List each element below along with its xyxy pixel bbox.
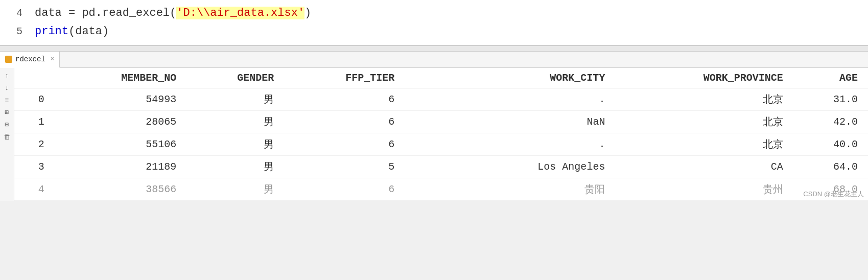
left-toolbar: ↑ ↓ ≡ ⊞ ⊟ 🗑 [0, 68, 14, 201]
line-number-5: 5 [0, 22, 31, 41]
separator [0, 45, 868, 52]
code-text-data: data = pd.read_excel( [35, 7, 176, 19]
table-cell: 6 [284, 111, 405, 133]
data-table: MEMBER_NO GENDER FFP_TIER WORK_CITY WORK… [14, 68, 868, 201]
table-cell: NaN [405, 111, 615, 133]
table-cell: 男 [186, 111, 284, 133]
table-header-row: MEMBER_NO GENDER FFP_TIER WORK_CITY WORK… [14, 68, 868, 88]
table-cell: 21189 [55, 156, 187, 178]
table-cell: 28065 [55, 111, 187, 133]
scroll-down-icon[interactable]: ↓ [3, 83, 12, 92]
col-header-work-province: WORK_PROVINCE [615, 68, 793, 88]
output-area: ↑ ↓ ≡ ⊞ ⊟ 🗑 MEMBER_NO GENDER FFP_TIER WO… [0, 68, 868, 201]
line-number-4: 4 [0, 4, 31, 22]
table-cell: Los Angeles [405, 156, 615, 178]
scroll-up-icon[interactable]: ↑ [3, 71, 12, 80]
table-cell: 38566 [55, 178, 187, 201]
table-row: 255106男6.北京40.0 [14, 133, 868, 156]
table-cell: . [405, 133, 615, 156]
tab-icon [5, 56, 12, 63]
table-cell: 40.0 [793, 133, 868, 156]
menu-icon[interactable]: ≡ [3, 96, 12, 105]
table-cell: 贵州 [615, 178, 793, 201]
code-section: 4 data = pd.read_excel('D:\\air_data.xls… [0, 0, 868, 45]
table-cell: 男 [186, 88, 284, 111]
table-cell: 6 [284, 133, 405, 156]
expand-icon[interactable]: ⊞ [3, 108, 12, 117]
table-cell: 男 [186, 178, 284, 201]
table-cell: 2 [14, 133, 55, 156]
col-header-work-city: WORK_CITY [405, 68, 615, 88]
code-line-5: 5 print(data) [0, 22, 868, 41]
table-cell: 6 [284, 178, 405, 201]
table-cell: 北京 [615, 88, 793, 111]
data-table-section: MEMBER_NO GENDER FFP_TIER WORK_CITY WORK… [14, 68, 868, 201]
table-row: 438566男6贵阳贵州68.0 [14, 178, 868, 201]
code-paren-close: ) [304, 7, 311, 19]
table-cell: 贵阳 [405, 178, 615, 201]
table-cell: 6 [284, 88, 405, 111]
tab-label: rdexcel [15, 55, 45, 63]
col-header-age: AGE [793, 68, 868, 88]
col-header-member-no: MEMBER_NO [55, 68, 187, 88]
code-string: 'D:\\air_data.xlsx' [176, 7, 304, 19]
table-row: 321189男5Los AngelesCA64.0 [14, 156, 868, 178]
table-cell: 42.0 [793, 111, 868, 133]
code-line-4-content: data = pd.read_excel('D:\\air_data.xlsx'… [31, 4, 311, 22]
table-row: 054993男6.北京31.0 [14, 88, 868, 111]
table-cell: 1 [14, 111, 55, 133]
table-cell: 0 [14, 88, 55, 111]
code-print-args: (data) [68, 25, 109, 38]
delete-icon[interactable]: 🗑 [3, 132, 12, 142]
code-line-4: 4 data = pd.read_excel('D:\\air_data.xls… [0, 4, 868, 22]
table-cell: 男 [186, 133, 284, 156]
table-row: 128065男6NaN北京42.0 [14, 111, 868, 133]
table-cell: 64.0 [793, 156, 868, 178]
table-cell: 北京 [615, 133, 793, 156]
table-cell: 3 [14, 156, 55, 178]
table-cell: 31.0 [793, 88, 868, 111]
table-cell: 4 [14, 178, 55, 201]
table-cell: 55106 [55, 133, 187, 156]
watermark: CSDN @老生花主人 [803, 190, 864, 199]
col-header-gender: GENDER [186, 68, 284, 88]
table-cell: 北京 [615, 111, 793, 133]
col-header-ffp-tier: FFP_TIER [284, 68, 405, 88]
code-line-5-content: print(data) [31, 22, 109, 41]
code-keyword-print: print [35, 25, 68, 38]
collapse-icon[interactable]: ⊟ [3, 120, 12, 129]
tab-bar: rdexcel × [0, 52, 868, 68]
table-cell: . [405, 88, 615, 111]
tab-rdexcel[interactable]: rdexcel × [0, 52, 60, 68]
table-cell: 54993 [55, 88, 187, 111]
tab-close-button[interactable]: × [51, 56, 54, 63]
table-cell: CA [615, 156, 793, 178]
table-cell: 男 [186, 156, 284, 178]
table-cell: 5 [284, 156, 405, 178]
col-header-idx [14, 68, 55, 88]
